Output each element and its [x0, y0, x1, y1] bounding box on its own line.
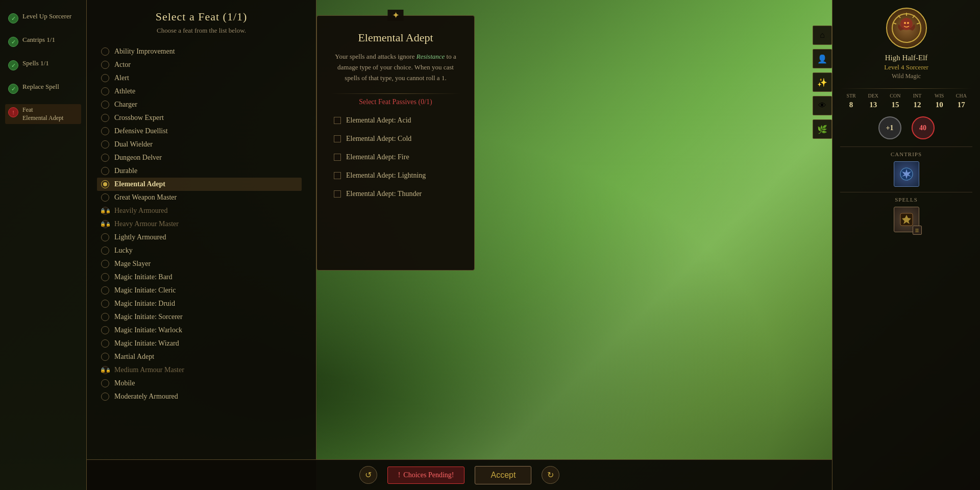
- feat-item-magic-initiate-wizard[interactable]: Magic Initiate: Wizard: [97, 337, 302, 350]
- checklist-label-level-up-sorcerer: Level Up Sorcerer: [22, 12, 71, 21]
- feat-name-dual-wielder: Dual Wielder: [114, 140, 153, 149]
- svg-point-8: [907, 22, 909, 24]
- feat-item-magic-initiate-warlock[interactable]: Magic Initiate: Warlock: [97, 324, 302, 337]
- separator: [330, 93, 461, 94]
- feat-item-medium-armour-master[interactable]: 🔒Medium Armour Master: [97, 363, 302, 377]
- feat-radio-dungeon-delver: [101, 154, 109, 162]
- svg-point-7: [904, 22, 906, 24]
- feat-list-panel: Select a Feat (1/1) Choose a feat from t…: [87, 0, 316, 490]
- stat-header-con: CON: [887, 93, 903, 99]
- feat-name-lucky: Lucky: [114, 247, 133, 255]
- passive-option-lightning[interactable]: Elemental Adept: Lightning: [330, 169, 461, 182]
- feat-item-alert[interactable]: Alert: [97, 71, 302, 85]
- char-nav-icon-0[interactable]: ⌂: [813, 26, 832, 45]
- ac-value: +1: [886, 124, 894, 132]
- char-nav-icon-4[interactable]: 🌿: [813, 119, 832, 139]
- checklist-item-replace-spell[interactable]: ✓Replace Spell: [5, 81, 81, 96]
- feat-name-mobile: Mobile: [114, 379, 135, 387]
- feat-item-defensive-duellist[interactable]: Defensive Duellist: [97, 125, 302, 138]
- checklist-label-feat: Feat Elemental Adept: [22, 106, 63, 122]
- feat-item-lightly-armoured[interactable]: Lightly Armoured: [97, 231, 302, 244]
- feat-item-magic-initiate-druid[interactable]: Magic Initiate: Druid: [97, 297, 302, 310]
- passive-option-cold[interactable]: Elemental Adept: Cold: [330, 133, 461, 145]
- passive-option-fire[interactable]: Elemental Adept: Fire: [330, 151, 461, 163]
- feat-radio-magic-initiate-bard: [101, 273, 109, 281]
- passive-option-thunder[interactable]: Elemental Adept: Thunder: [330, 188, 461, 200]
- feat-radio-athlete: [101, 87, 109, 95]
- list-panel-title: Select a Feat (1/1): [97, 10, 306, 23]
- feat-item-moderately-armoured[interactable]: Moderately Armoured: [97, 390, 302, 403]
- checklist-item-feat[interactable]: !Feat Elemental Adept: [5, 104, 81, 124]
- checklist-item-level-up-sorcerer[interactable]: ✓Level Up Sorcerer: [5, 10, 81, 26]
- svg-line-6: [893, 23, 896, 24]
- checklist-icon-replace-spell: ✓: [8, 84, 18, 94]
- nav-next-button[interactable]: ↻: [542, 466, 559, 484]
- spells-section-label: Spells: [840, 192, 972, 203]
- feat-radio-ability-improvement: [101, 47, 109, 56]
- feat-name-heavily-armoured: Heavily Armoured: [114, 207, 168, 215]
- feat-name-magic-initiate-bard: Magic Initiate: Bard: [114, 273, 173, 281]
- feat-item-magic-initiate-cleric[interactable]: Magic Initiate: Cleric: [97, 284, 302, 297]
- accept-button[interactable]: Accept: [475, 466, 531, 484]
- feat-radio-magic-initiate-cleric: [101, 286, 109, 295]
- feat-item-lucky[interactable]: Lucky: [97, 244, 302, 257]
- spell-icon[interactable]: II: [894, 207, 919, 232]
- spell-level-badge: II: [913, 226, 922, 235]
- passive-checkbox-fire: [334, 154, 341, 161]
- feat-item-great-weapon-master[interactable]: Great Weapon Master: [97, 191, 302, 204]
- passive-option-acid[interactable]: Elemental Adept: Acid: [330, 114, 461, 127]
- feat-radio-moderately-armoured: [101, 393, 109, 401]
- nav-prev-button[interactable]: ↺: [359, 466, 377, 484]
- cantrip-icon[interactable]: [894, 161, 919, 187]
- passive-checkbox-cold: [334, 135, 341, 142]
- feat-item-magic-initiate-bard[interactable]: Magic Initiate: Bard: [97, 271, 302, 284]
- char-nav-icon-2[interactable]: ✨: [813, 72, 832, 92]
- ac-badge: +1: [878, 116, 901, 139]
- passive-label-lightning: Elemental Adept: Lightning: [346, 172, 426, 180]
- feat-item-mobile[interactable]: Mobile: [97, 377, 302, 390]
- feat-item-martial-adept[interactable]: Martial Adept: [97, 350, 302, 363]
- passives-list: Elemental Adept: AcidElemental Adept: Co…: [330, 114, 461, 200]
- checklist-item-spells[interactable]: ✓Spells 1/1: [5, 57, 81, 72]
- passive-checkbox-acid: [334, 117, 341, 124]
- passive-label-cold: Elemental Adept: Cold: [346, 135, 411, 143]
- feat-name-martial-adept: Martial Adept: [114, 353, 154, 361]
- feat-radio-lightly-armoured: [101, 233, 109, 241]
- feat-item-heavy-armour-master[interactable]: 🔒Heavy Armour Master: [97, 217, 302, 231]
- detail-title: Elemental Adept: [330, 31, 461, 44]
- feat-item-dual-wielder[interactable]: Dual Wielder: [97, 138, 302, 151]
- feat-name-lightly-armoured: Lightly Armoured: [114, 233, 166, 241]
- hp-badge: 40: [912, 116, 935, 139]
- feat-radio-magic-initiate-warlock: [101, 326, 109, 334]
- warning-icon: !: [398, 471, 401, 479]
- passive-label-fire: Elemental Adept: Fire: [346, 153, 409, 161]
- feat-item-durable[interactable]: Durable: [97, 164, 302, 178]
- feat-radio-magic-initiate-wizard: [101, 339, 109, 348]
- feat-name-defensive-duellist: Defensive Duellist: [114, 127, 168, 135]
- feat-item-charger[interactable]: Charger: [97, 98, 302, 111]
- stats-separator: [840, 88, 972, 89]
- feat-item-magic-initiate-sorcerer[interactable]: Magic Initiate: Sorcerer: [97, 310, 302, 324]
- feat-radio-magic-initiate-druid: [101, 300, 109, 308]
- stat-value-str: 8: [843, 101, 860, 109]
- feat-item-ability-improvement[interactable]: Ability Improvement: [97, 45, 302, 58]
- feat-item-dungeon-delver[interactable]: Dungeon Delver: [97, 151, 302, 164]
- stat-header-dex: DEX: [865, 93, 881, 99]
- char-nav-icon-3[interactable]: 👁: [813, 96, 832, 115]
- feat-name-magic-initiate-wizard: Magic Initiate: Wizard: [114, 339, 179, 348]
- feat-item-elemental-adept[interactable]: Elemental Adept: [97, 178, 302, 191]
- feat-radio-alert: [101, 74, 109, 82]
- choices-pending-label: Choices Pending!: [403, 471, 454, 479]
- stat-header-wis: WIS: [931, 93, 947, 99]
- char-nav-icons: ⌂👤✨👁🌿: [813, 26, 832, 139]
- feat-item-athlete[interactable]: Athlete: [97, 85, 302, 98]
- char-nav-icon-1[interactable]: 👤: [813, 49, 832, 68]
- feat-item-heavily-armoured[interactable]: 🔒Heavily Armoured: [97, 204, 302, 217]
- feat-item-crossbow-expert[interactable]: Crossbow Expert: [97, 111, 302, 125]
- checklist-item-cantrips[interactable]: ✓Cantrips 1/1: [5, 34, 81, 49]
- choices-pending-button[interactable]: ! Choices Pending!: [387, 467, 465, 484]
- feat-name-magic-initiate-cleric: Magic Initiate: Cleric: [114, 286, 176, 295]
- feat-item-mage-slayer[interactable]: Mage Slayer: [97, 257, 302, 271]
- stat-header-cha: CHA: [953, 93, 969, 99]
- feat-item-actor[interactable]: Actor: [97, 58, 302, 71]
